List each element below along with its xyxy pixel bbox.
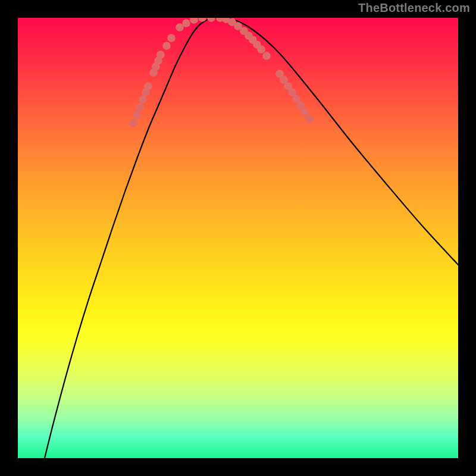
curve-beads xyxy=(129,18,314,127)
gradient-plot-area xyxy=(18,18,458,458)
curve-bead xyxy=(262,52,271,60)
curve-bead xyxy=(129,119,137,127)
curve-bead xyxy=(207,18,215,22)
curve-bead xyxy=(136,103,144,111)
curve-bead xyxy=(257,45,265,54)
curve-bead xyxy=(182,19,190,27)
curve-bead xyxy=(139,95,147,104)
curve-bead xyxy=(162,42,171,50)
curve-layer xyxy=(18,18,458,458)
curve-bead xyxy=(144,82,152,90)
curve-bead xyxy=(305,115,314,123)
curve-bead xyxy=(300,108,309,116)
watermark-text: TheBottleneck.com xyxy=(358,1,470,15)
curve-bead xyxy=(133,111,141,119)
curve-bead xyxy=(190,18,198,24)
bottleneck-curve xyxy=(45,18,458,458)
curve-bead xyxy=(167,34,176,42)
curve-bead xyxy=(156,51,165,59)
chart-stage: TheBottleneck.com xyxy=(0,0,476,476)
